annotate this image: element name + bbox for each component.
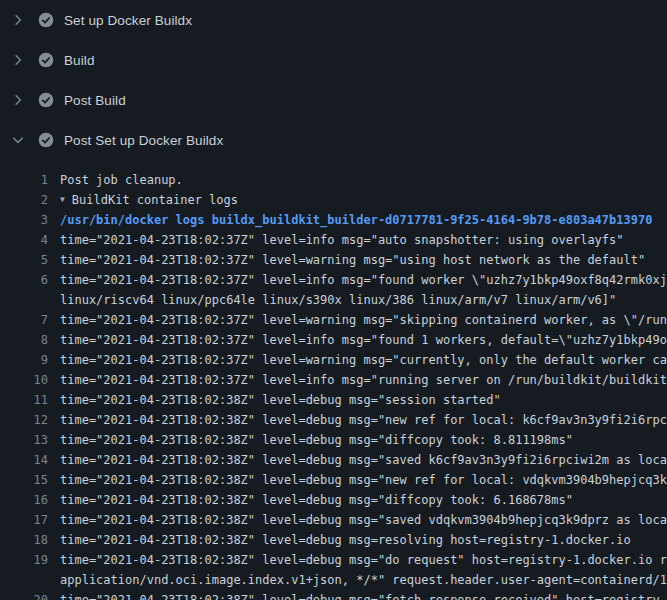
log-output: 1Post job cleanup.2▼BuildKit container l… — [0, 160, 667, 600]
log-line-number[interactable]: 1 — [0, 170, 48, 190]
log-line: 15time="2021-04-23T18:02:38Z" level=debu… — [0, 470, 667, 490]
log-line: 13time="2021-04-23T18:02:38Z" level=debu… — [0, 430, 667, 450]
step-label: Build — [64, 53, 95, 68]
log-line-number[interactable]: 20 — [0, 590, 48, 600]
log-line-text: time="2021-04-23T18:02:37Z" level=warnin… — [48, 250, 645, 270]
log-line: 1Post job cleanup. — [0, 170, 667, 190]
log-line-number[interactable]: 16 — [0, 490, 48, 510]
log-line: 6time="2021-04-23T18:02:37Z" level=info … — [0, 270, 667, 290]
log-line: 9time="2021-04-23T18:02:37Z" level=warni… — [0, 350, 667, 370]
log-line-number[interactable]: 2 — [0, 190, 48, 210]
log-line: 17time="2021-04-23T18:02:38Z" level=debu… — [0, 510, 667, 530]
log-line-text: time="2021-04-23T18:02:37Z" level=warnin… — [48, 310, 667, 330]
log-line-text: time="2021-04-23T18:02:38Z" level=debug … — [48, 490, 573, 510]
log-line-text: time="2021-04-23T18:02:38Z" level=debug … — [48, 390, 501, 410]
chevron-down-icon — [10, 132, 26, 148]
log-line: 5time="2021-04-23T18:02:37Z" level=warni… — [0, 250, 667, 270]
log-line-text: time="2021-04-23T18:02:38Z" level=debug … — [48, 450, 667, 470]
check-circle-icon — [38, 92, 54, 108]
step-label: Post Set up Docker Buildx — [64, 133, 223, 148]
log-line-number[interactable]: 15 — [0, 470, 48, 490]
log-line-text: time="2021-04-23T18:02:38Z" level=debug … — [48, 410, 667, 430]
step-header[interactable]: Set up Docker Buildx — [0, 0, 667, 40]
log-line-number[interactable]: 19 — [0, 550, 48, 570]
log-line-number — [0, 570, 48, 590]
step-label: Set up Docker Buildx — [64, 13, 192, 28]
log-line-number[interactable]: 4 — [0, 230, 48, 250]
log-line-text: time="2021-04-23T18:02:38Z" level=debug … — [48, 550, 667, 570]
log-line-number[interactable]: 11 — [0, 390, 48, 410]
check-circle-icon — [38, 52, 54, 68]
log-line: 7time="2021-04-23T18:02:37Z" level=warni… — [0, 310, 667, 330]
log-line-number[interactable]: 18 — [0, 530, 48, 550]
log-line-number[interactable]: 8 — [0, 330, 48, 350]
log-line-number[interactable]: 7 — [0, 310, 48, 330]
chevron-right-icon — [10, 52, 26, 68]
log-line: 8time="2021-04-23T18:02:37Z" level=info … — [0, 330, 667, 350]
log-line: 19time="2021-04-23T18:02:38Z" level=debu… — [0, 550, 667, 570]
log-line-number[interactable]: 3 — [0, 210, 48, 230]
log-line-continuation: linux/riscv64 linux/ppc64le linux/s390x … — [0, 290, 667, 310]
log-line-text: application/vnd.oci.image.index.v1+json,… — [48, 570, 667, 590]
log-line-text: time="2021-04-23T18:02:38Z" level=debug … — [48, 510, 667, 530]
step-list: Set up Docker BuildxBuildPost BuildPost … — [0, 0, 667, 160]
step-header[interactable]: Post Build — [0, 80, 667, 120]
log-line-number[interactable]: 10 — [0, 370, 48, 390]
log-line-number[interactable]: 14 — [0, 450, 48, 470]
log-line-text: linux/riscv64 linux/ppc64le linux/s390x … — [48, 290, 616, 310]
log-line: 20time="2021-04-23T18:02:38Z" level=debu… — [0, 590, 667, 600]
log-line: 11time="2021-04-23T18:02:38Z" level=debu… — [0, 390, 667, 410]
log-line: 3/usr/bin/docker logs buildx_buildkit_bu… — [0, 210, 667, 230]
log-line-number[interactable]: 13 — [0, 430, 48, 450]
log-line-text: time="2021-04-23T18:02:37Z" level=warnin… — [48, 350, 667, 370]
log-line: 18time="2021-04-23T18:02:38Z" level=debu… — [0, 530, 667, 550]
log-line: 2▼BuildKit container logs — [0, 190, 667, 210]
log-line-number[interactable]: 12 — [0, 410, 48, 430]
check-circle-icon — [38, 12, 54, 28]
log-line-number[interactable]: 5 — [0, 250, 48, 270]
chevron-right-icon — [10, 92, 26, 108]
log-line-number[interactable]: 9 — [0, 350, 48, 370]
log-line-text: time="2021-04-23T18:02:38Z" level=debug … — [48, 530, 631, 550]
log-line-text: time="2021-04-23T18:02:37Z" level=info m… — [48, 270, 667, 290]
log-line: 12time="2021-04-23T18:02:38Z" level=debu… — [0, 410, 667, 430]
log-line: 4time="2021-04-23T18:02:37Z" level=info … — [0, 230, 667, 250]
log-line-number[interactable]: 6 — [0, 270, 48, 290]
log-line-number[interactable]: 17 — [0, 510, 48, 530]
step-label: Post Build — [64, 93, 126, 108]
log-line-text: time="2021-04-23T18:02:38Z" level=debug … — [48, 430, 573, 450]
log-line: 14time="2021-04-23T18:02:38Z" level=debu… — [0, 450, 667, 470]
log-line: 16time="2021-04-23T18:02:38Z" level=debu… — [0, 490, 667, 510]
step-header[interactable]: Post Set up Docker Buildx — [0, 120, 667, 160]
log-line-text: time="2021-04-23T18:02:38Z" level=debug … — [48, 470, 667, 490]
log-line-continuation: application/vnd.oci.image.index.v1+json,… — [0, 570, 667, 590]
log-line-text: time="2021-04-23T18:02:38Z" level=debug … — [48, 590, 667, 600]
chevron-right-icon — [10, 12, 26, 28]
log-line: 10time="2021-04-23T18:02:37Z" level=info… — [0, 370, 667, 390]
group-label[interactable]: BuildKit container logs — [72, 193, 238, 207]
check-circle-icon — [38, 132, 54, 148]
workflow-log-viewer: Set up Docker BuildxBuildPost BuildPost … — [0, 0, 667, 600]
log-line-text: Post job cleanup. — [48, 170, 183, 190]
log-line-number — [0, 290, 48, 310]
log-line-text: time="2021-04-23T18:02:37Z" level=info m… — [48, 230, 624, 250]
log-command-text: /usr/bin/docker logs buildx_buildkit_bui… — [48, 210, 652, 230]
step-header[interactable]: Build — [0, 40, 667, 80]
log-line-text: time="2021-04-23T18:02:37Z" level=info m… — [48, 330, 667, 350]
log-line-text: time="2021-04-23T18:02:37Z" level=info m… — [48, 370, 667, 390]
disclosure-triangle-icon[interactable]: ▼ — [60, 190, 65, 210]
log-line-text[interactable]: ▼BuildKit container logs — [48, 190, 238, 210]
